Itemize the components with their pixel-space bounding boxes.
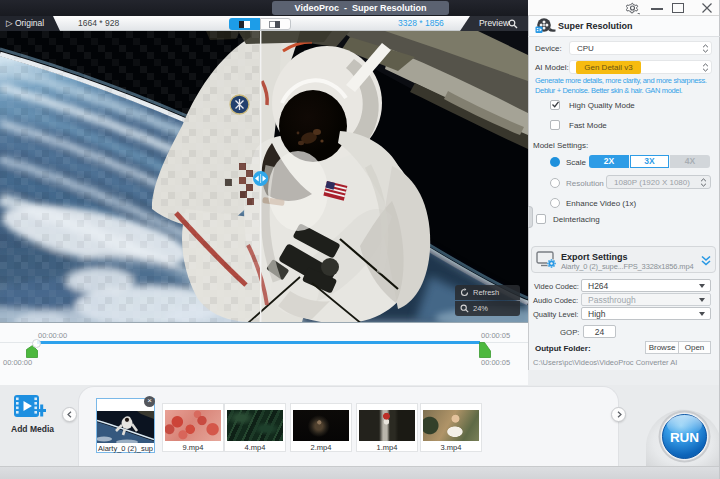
svg-text:RUN: RUN: [670, 430, 699, 445]
